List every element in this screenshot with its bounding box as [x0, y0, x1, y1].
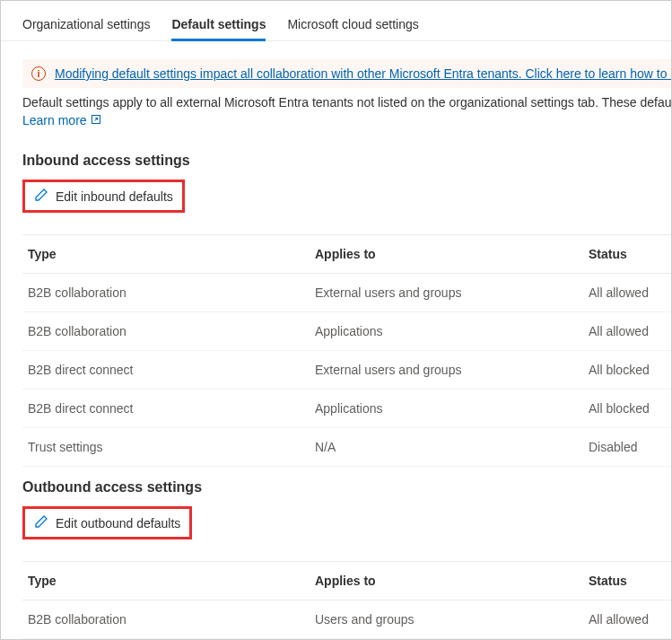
edit-outbound-label: Edit outbound defaults	[56, 516, 180, 530]
col-status: Status	[589, 247, 666, 261]
table-row: B2B direct connect Applications All bloc…	[22, 390, 671, 428]
external-link-icon	[91, 114, 101, 127]
cell-type: B2B direct connect	[28, 401, 315, 416]
cell-applies: Applications	[315, 401, 589, 416]
table-row: B2B collaboration External users and gro…	[22, 274, 671, 312]
table-row: B2B collaboration Users and groups All a…	[22, 601, 671, 639]
cell-applies: External users and groups	[315, 285, 589, 300]
cell-applies: External users and groups	[315, 363, 589, 377]
col-applies: Applies to	[315, 247, 589, 261]
cell-type: B2B direct connect	[28, 363, 315, 377]
learn-more-link[interactable]: Learn more	[22, 113, 101, 127]
cell-type: B2B collaboration	[28, 612, 315, 627]
inbound-table-header: Type Applies to Status	[22, 234, 671, 274]
cell-status: All allowed	[589, 324, 666, 338]
cell-applies: N/A	[315, 440, 589, 454]
edit-inbound-defaults-button[interactable]: Edit inbound defaults	[22, 180, 185, 213]
pencil-icon	[34, 188, 48, 205]
outbound-table: Type Applies to Status B2B collaboration…	[22, 561, 671, 639]
tab-microsoft-cloud-settings[interactable]: Microsoft cloud settings	[287, 12, 418, 40]
table-row: B2B direct connect External users and gr…	[22, 351, 671, 390]
cell-applies: Applications	[315, 324, 589, 338]
learn-more-label: Learn more	[22, 113, 87, 127]
col-status: Status	[589, 574, 666, 588]
warning-link[interactable]: Modifying default settings impact all co…	[55, 66, 671, 81]
warning-infobar: i Modifying default settings impact all …	[22, 59, 671, 88]
cell-type: B2B collaboration	[28, 324, 315, 338]
cell-applies: Users and groups	[315, 612, 589, 627]
table-row: B2B collaboration Applications All allow…	[22, 312, 671, 351]
inbound-section-header: Inbound access settings	[22, 153, 671, 169]
info-icon: i	[31, 66, 46, 81]
description-text: Default settings apply to all external M…	[22, 93, 671, 111]
cell-status: All allowed	[589, 612, 666, 627]
cell-status: Disabled	[589, 440, 666, 454]
tabs-bar: Organizational settings Default settings…	[1, 1, 671, 41]
edit-outbound-defaults-button[interactable]: Edit outbound defaults	[22, 506, 192, 539]
cell-status: All blocked	[589, 363, 666, 377]
col-applies: Applies to	[315, 574, 589, 588]
col-type: Type	[28, 574, 315, 588]
cell-status: All allowed	[589, 285, 666, 300]
outbound-table-header: Type Applies to Status	[22, 561, 671, 601]
edit-inbound-label: Edit inbound defaults	[56, 189, 173, 204]
col-type: Type	[28, 247, 315, 261]
table-row: Trust settings N/A Disabled	[22, 428, 671, 467]
cell-type: B2B collaboration	[28, 285, 315, 300]
tab-organizational-settings[interactable]: Organizational settings	[22, 12, 150, 40]
tab-default-settings[interactable]: Default settings	[171, 12, 266, 40]
outbound-section-header: Outbound access settings	[22, 479, 671, 495]
inbound-table: Type Applies to Status B2B collaboration…	[22, 234, 671, 467]
content-area: i Modifying default settings impact all …	[1, 41, 671, 639]
cell-status: All blocked	[589, 401, 666, 416]
pencil-icon	[34, 514, 48, 531]
cell-type: Trust settings	[28, 440, 315, 454]
